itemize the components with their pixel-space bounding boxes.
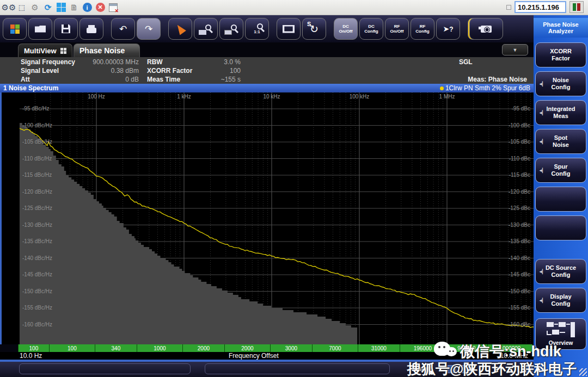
softkey-spur-config[interactable]: ◄▏SpurConfig bbox=[535, 158, 586, 183]
redo-button[interactable]: ↷ bbox=[137, 18, 161, 40]
calendar-delete-icon[interactable] bbox=[108, 2, 119, 13]
x-axis-start-label: 10.0 Hz bbox=[20, 352, 42, 360]
y-axis-label-left: -140 dBc/Hz bbox=[22, 255, 52, 261]
softkey-xcorr-factor[interactable]: XCORRFactor bbox=[535, 42, 586, 67]
softkey-noise-config[interactable]: ◄▏NoiseConfig bbox=[535, 71, 586, 96]
trace-legend: 1Clrw PN Smth 2% Spur 6dB bbox=[445, 84, 530, 92]
xcorr-segment: 7000 bbox=[312, 344, 358, 352]
rf-config-button[interactable]: RF Config bbox=[411, 18, 434, 40]
signal-frequency-label: Signal Frequency bbox=[21, 58, 75, 66]
single-sweep-indicator: SGL bbox=[459, 58, 473, 66]
softkey-integrated-meas[interactable]: ◄▏IntegratedMeas bbox=[535, 100, 586, 125]
softkey-label: IntegratedMeas bbox=[546, 106, 575, 120]
flowchart-icon bbox=[547, 322, 575, 338]
softkey-arrow-icon: ◄▏ bbox=[538, 167, 545, 174]
undo-button[interactable]: ↶ bbox=[111, 18, 135, 40]
signal-frequency-value: 900.00003 MHz bbox=[93, 58, 139, 66]
dc-config-button[interactable]: DC Config bbox=[359, 18, 383, 40]
watermark-sohu-account: 搜狐号@陕西环动联科电子 bbox=[407, 360, 577, 377]
y-axis-label-right: -115 dBc bbox=[509, 172, 530, 178]
softkey-label: SpotNoise bbox=[553, 134, 569, 149]
y-axis-label-right: -105 dBc bbox=[509, 139, 530, 145]
meas-time-value: ~155 s bbox=[221, 76, 241, 83]
x-decade-label: 100 kHz bbox=[350, 94, 370, 100]
screenshot-button[interactable] bbox=[469, 18, 503, 40]
rf-onoff-label2: On/Off bbox=[390, 29, 404, 34]
result-window-titlebar[interactable]: 1 Noise Spectrum 1Clrw PN Smth 2% Spur 6… bbox=[0, 84, 534, 92]
file-icon[interactable]: 🗎 bbox=[69, 2, 79, 13]
resize-grip[interactable] bbox=[579, 368, 587, 376]
tab-phase-noise[interactable]: Phase Noise bbox=[74, 44, 140, 57]
y-axis-label-right: -140 dBc bbox=[509, 255, 530, 261]
noise-spectrum-chart[interactable]: 100 Hz1 kHz10 kHz100 kHz1 MHz-95 dBc/Hz-… bbox=[0, 92, 534, 344]
xcorr-segment: 1000 bbox=[137, 344, 182, 352]
status-panel-left bbox=[19, 363, 191, 374]
softkey-arrow-icon: ◄▏ bbox=[538, 109, 545, 116]
close-icon[interactable]: ✕ bbox=[95, 2, 106, 13]
softkey-spot-noise[interactable]: ◄▏SpotNoise bbox=[535, 129, 586, 154]
multi-zoom-button[interactable] bbox=[219, 18, 243, 40]
single-sweep-button[interactable]: S ↻ bbox=[302, 18, 326, 40]
refresh-icon[interactable]: ⟳ bbox=[42, 2, 53, 13]
softkey-empty[interactable] bbox=[535, 215, 586, 240]
y-axis-label-right: -155 dBc bbox=[509, 305, 530, 311]
sweep-s-label: S bbox=[307, 22, 311, 27]
camera-icon bbox=[481, 26, 492, 33]
softkey-display-config[interactable]: ◄▏DisplayConfig bbox=[535, 288, 586, 313]
y-axis-label-left: -110 dBc/Hz bbox=[22, 156, 52, 162]
tab-multiview[interactable]: MultiView bbox=[18, 44, 72, 57]
trace-color-dot-icon bbox=[440, 86, 444, 90]
context-help-button[interactable]: ➤? bbox=[436, 18, 460, 40]
softkey-label: NoiseConfig bbox=[552, 77, 571, 91]
tab-multiview-label: MultiView bbox=[24, 47, 57, 55]
softkey-arrow-icon: ◄▏ bbox=[538, 81, 545, 88]
tab-list-dropdown-button[interactable]: ▼ bbox=[502, 44, 528, 55]
windows-icon[interactable] bbox=[56, 2, 66, 13]
connection-checkbox[interactable] bbox=[506, 5, 511, 10]
softkey-label: XCORRFactor bbox=[550, 48, 572, 62]
zoom-1to1-button[interactable]: 1:1 bbox=[245, 18, 269, 40]
y-axis-label-left: -105 dBc/Hz bbox=[22, 139, 52, 145]
att-label: Att bbox=[21, 76, 30, 83]
save-button[interactable] bbox=[54, 18, 78, 40]
result-window-title: 1 Noise Spectrum bbox=[3, 84, 58, 92]
x-decade-label: 10 kHz bbox=[263, 94, 280, 100]
dc-config-label1: DC bbox=[368, 24, 375, 29]
selection-icon[interactable]: ⬚ bbox=[16, 2, 27, 13]
y-axis-label-left: -135 dBc/Hz bbox=[22, 238, 52, 244]
os-taskbar: ⚙⚙ ⬚ ⚙ ⟳ 🗎 i ✕ bbox=[0, 0, 588, 15]
gears-icon[interactable]: ⚙⚙ bbox=[3, 2, 14, 13]
y-axis-label-left: -130 dBc/Hz bbox=[22, 222, 52, 228]
screen-icon bbox=[283, 25, 295, 33]
info-icon[interactable]: i bbox=[82, 2, 93, 13]
y-axis-label-right: -130 dBc bbox=[509, 222, 530, 228]
measurement-header: Signal Frequency 900.00003 MHz Signal Le… bbox=[0, 57, 534, 84]
rs-logo-button[interactable] bbox=[3, 18, 27, 40]
rf-onoff-label1: RF bbox=[394, 24, 400, 29]
printer-icon bbox=[87, 28, 96, 33]
rbw-value: 3.0 % bbox=[224, 58, 241, 66]
softkey-dc-source-config[interactable]: ◄▏DC SourceConfig bbox=[535, 259, 586, 284]
toolbar: ↶ ↷ 1:1 S ↻ DC On/Off DC Config bbox=[0, 15, 534, 42]
ip-address-input[interactable] bbox=[514, 1, 566, 13]
settings-gear-icon[interactable]: ⚙ bbox=[29, 2, 40, 13]
magnifier-plus-icon bbox=[231, 24, 237, 30]
xcorr-segment: 31000 bbox=[358, 344, 400, 352]
softkey-empty[interactable] bbox=[535, 187, 586, 212]
y-axis-label-left: -145 dBc/Hz bbox=[22, 271, 52, 277]
app-mode-button[interactable]: Phase Noise Analyzer bbox=[534, 18, 588, 38]
zoom-graph-button[interactable] bbox=[194, 18, 218, 40]
dc-onoff-button[interactable]: DC On/Off bbox=[334, 18, 358, 40]
y-axis-label-right: -125 dBc bbox=[509, 205, 530, 211]
softkey-arrow-icon: ◄▏ bbox=[538, 268, 545, 275]
display-button[interactable] bbox=[277, 18, 301, 40]
softkey-label: DC SourceConfig bbox=[546, 264, 576, 279]
rf-onoff-button[interactable]: RF On/Off bbox=[385, 18, 409, 40]
select-mode-button[interactable] bbox=[168, 18, 192, 40]
watermark-wechat-id: 微信号:sn-hdlk bbox=[460, 342, 561, 361]
meas-time-label: Meas Time bbox=[147, 76, 180, 83]
connection-indicator-icon[interactable] bbox=[569, 1, 584, 13]
print-button[interactable] bbox=[79, 18, 103, 40]
signal-level-value: 0.38 dBm bbox=[111, 67, 139, 75]
open-button[interactable] bbox=[28, 18, 52, 40]
